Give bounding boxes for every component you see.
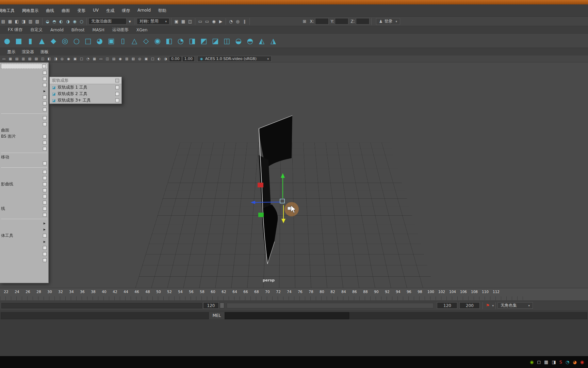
menubar-item[interactable]: 变形 [74, 7, 89, 15]
viewport-toolbar-icon[interactable]: □ [79, 56, 84, 62]
menubar-item[interactable]: 网格工具 [0, 7, 18, 15]
tool-option-box[interactable] [115, 98, 119, 102]
snap-icon[interactable]: ◓ [51, 18, 58, 25]
signin-dropdown[interactable]: ♟ 登录 ▾ [376, 18, 400, 25]
menu-row[interactable]: ▶ [0, 239, 48, 245]
menu-option-box[interactable] [42, 64, 46, 68]
menu-option-box[interactable] [43, 201, 47, 204]
shelf-icon[interactable]: ◒ [233, 36, 244, 46]
toggle-icon[interactable]: ◔ [228, 18, 234, 25]
menu-row[interactable]: 体工具 ▶ [0, 232, 48, 239]
mel-toggle-button[interactable]: MEL [209, 312, 225, 319]
menu-option-box[interactable] [43, 135, 47, 138]
viewport-toolbar-icon[interactable]: ◎ [137, 56, 143, 62]
gamma-field[interactable]: 1.00 [182, 56, 195, 62]
shelf-tab[interactable]: Bifrost [68, 27, 88, 33]
toggle-icon[interactable]: ∥ [241, 18, 248, 25]
menu-row[interactable]: ▶ [0, 145, 48, 152]
shelf-icon[interactable]: ▮ [25, 36, 35, 46]
shelf-icon[interactable]: ◨ [187, 36, 197, 46]
menu-row[interactable]: 移动 ▶ [0, 154, 48, 160]
chevron-down-icon[interactable]: ▾ [492, 304, 494, 307]
menu-option-box[interactable] [43, 141, 47, 144]
menubar-item[interactable]: 曲线 [42, 7, 58, 15]
viewport-toolbar-icon[interactable]: ◉ [66, 56, 71, 62]
submenu-option-box[interactable] [115, 79, 119, 82]
menu-option-box[interactable] [43, 122, 47, 126]
tray-icon[interactable]: ◔ [566, 359, 569, 365]
menu-option-box[interactable] [43, 71, 47, 75]
menu-row[interactable]: ▶ [0, 167, 48, 168]
range-slider-track[interactable] [1, 303, 202, 308]
snap-icon[interactable]: ◑ [65, 18, 71, 25]
menu-row[interactable]: 影曲线 ▶ [0, 181, 48, 187]
viewport-toolbar-icon[interactable]: ▦ [7, 56, 13, 62]
submenu-item[interactable]: ◪ 双轨成形 1 工具 [50, 84, 121, 91]
shelf-icon[interactable]: △ [129, 36, 140, 46]
viewport-toolbar-icon[interactable]: ◎ [59, 56, 65, 62]
viewport-toolbar-icon[interactable]: ▤ [14, 56, 20, 62]
shelf-icon[interactable]: ▣ [106, 36, 116, 46]
snap-icon[interactable]: ◒ [44, 18, 51, 25]
history-icon[interactable]: ▣ [173, 18, 180, 25]
status-tool-icon[interactable]: ▥ [27, 18, 34, 25]
menu-row[interactable]: ▶ [0, 219, 48, 219]
menu-row[interactable]: ▶ [0, 115, 48, 121]
viewport-toolbar-icon[interactable]: ▭ [98, 56, 104, 62]
menubar-item[interactable]: 缓存 [118, 7, 134, 15]
tool-option-box[interactable] [115, 92, 119, 96]
range-bar[interactable] [227, 303, 434, 308]
y-input[interactable] [335, 18, 348, 25]
menu-option-box[interactable] [43, 252, 47, 256]
menu-option-box[interactable] [43, 77, 47, 81]
menu-row[interactable]: ▶ [0, 257, 48, 263]
menu-row[interactable]: ▶ [0, 169, 48, 175]
shelf-icon[interactable]: ● [2, 36, 12, 46]
snap-icon[interactable]: ◉ [71, 18, 78, 25]
menu-option-box[interactable] [43, 258, 47, 262]
shelf-icon[interactable]: ◆ [48, 36, 59, 46]
shelf-tab[interactable]: FX 缓存 [4, 26, 26, 33]
range-slider-handle[interactable] [220, 303, 224, 308]
viewport-toolbar-icon[interactable]: ▧ [130, 56, 136, 62]
menu-option-box[interactable] [43, 246, 47, 250]
exposure-field[interactable]: 0.00 [169, 56, 182, 62]
status-tool-icon[interactable]: ▦ [7, 18, 13, 25]
viewport-toolbar-icon[interactable]: ◔ [85, 56, 91, 62]
shelf-tab[interactable]: XGen [133, 27, 151, 33]
viewport-toolbar-icon[interactable]: ▨ [33, 56, 39, 62]
menu-row[interactable]: ▶ [0, 94, 48, 100]
menu-row[interactable]: ▶ [0, 70, 48, 76]
menu-row[interactable]: 线 ▶ [0, 205, 48, 212]
render-icon[interactable]: ▭ [197, 18, 203, 25]
symmetry-dropdown[interactable]: 对称: 禁用 ▾ [137, 18, 169, 25]
window-title-bar[interactable] [0, 0, 588, 4]
shelf-icon[interactable]: ◓ [245, 36, 255, 46]
menu-row[interactable]: ▶ [0, 153, 48, 153]
history-icon[interactable]: ▦ [180, 18, 186, 25]
playback-end-field[interactable]: 200 [459, 302, 480, 309]
panel-menu-item[interactable]: 显示 [4, 48, 18, 56]
viewport-toolbar-icon[interactable]: ▣ [143, 56, 149, 62]
shelf-icon[interactable]: ◔ [176, 36, 186, 46]
shelf-icon[interactable]: ◇ [141, 36, 151, 46]
viewport-toolbar-icon[interactable]: ▭ [1, 56, 7, 62]
menu-option-box[interactable] [43, 83, 47, 87]
render-icon[interactable]: ◉ [211, 18, 217, 25]
viewport-toolbar-icon[interactable]: ▧ [27, 56, 33, 62]
menu-row[interactable]: BS 面片 ▶ [0, 133, 48, 139]
shelf-icon[interactable]: ◫ [222, 36, 232, 46]
snap-icon[interactable]: ○ [78, 18, 85, 25]
menu-option-box[interactable] [43, 234, 47, 237]
z-input[interactable] [356, 18, 370, 25]
shelf-icon[interactable]: ◕ [95, 36, 105, 46]
viewport-toolbar-icon[interactable]: □ [150, 56, 156, 62]
viewport-toolbar-icon[interactable]: ▤ [111, 56, 117, 62]
menubar-item[interactable]: UV [89, 7, 102, 15]
menu-option-box[interactable] [43, 213, 47, 217]
menu-option-box[interactable] [43, 162, 47, 165]
menu-option-box[interactable] [43, 176, 47, 180]
menu-option-box[interactable] [43, 102, 47, 105]
shelf-icon[interactable]: ◪ [210, 36, 220, 46]
tray-icon[interactable]: ▦ [544, 359, 548, 365]
